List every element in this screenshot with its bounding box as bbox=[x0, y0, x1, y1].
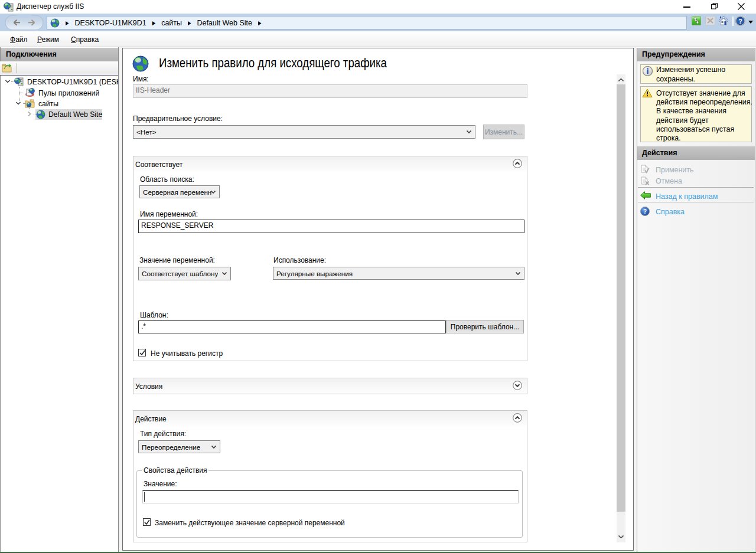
svg-text:?: ? bbox=[738, 18, 742, 25]
svg-text:?: ? bbox=[643, 208, 647, 215]
